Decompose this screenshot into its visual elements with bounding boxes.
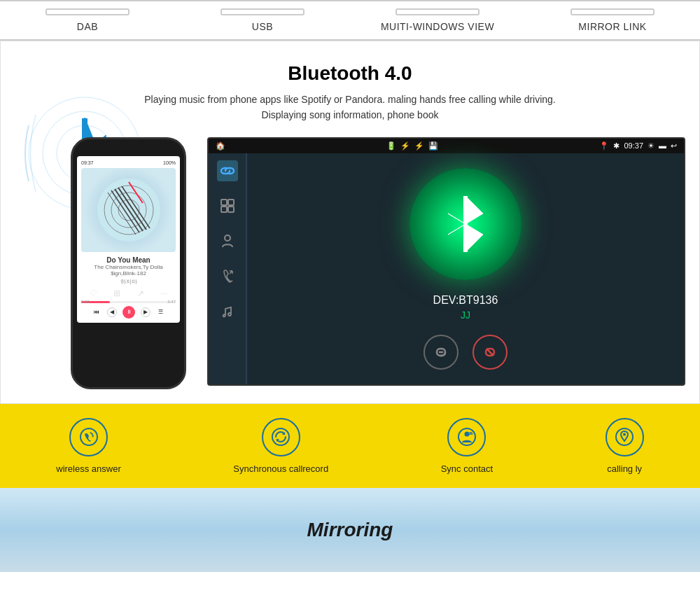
time-left: 0:00	[81, 300, 90, 304]
rewind-btn[interactable]: ◀	[107, 307, 117, 317]
car-time: 09:37	[624, 141, 643, 150]
wireless-answer-icon-circle	[69, 418, 108, 456]
car-device-name: DEV:BT9136	[433, 294, 498, 307]
features-bar: wireless answer Synchronous callrecord S…	[0, 404, 700, 488]
connect-icon	[432, 343, 450, 361]
time-right: 3:47	[167, 300, 176, 304]
song-info: Do You Mean The Chainsmokers,Ty Dolla $i…	[81, 256, 176, 286]
phone-album-art	[81, 168, 176, 252]
nav-dab-box	[46, 8, 130, 15]
calling-ly-label: calling ly	[607, 463, 642, 474]
wireless-phone-icon	[79, 427, 99, 447]
svg-point-26	[272, 428, 289, 445]
phone-status-bar: 09:37 100%	[81, 160, 176, 165]
album-art-svg	[94, 175, 164, 245]
sidebar-grid-icon[interactable]	[217, 195, 238, 216]
sidebar-music-icon[interactable]	[217, 300, 238, 321]
sd-icon: 💾	[428, 141, 438, 151]
sidebar-phone-icon[interactable]	[217, 265, 238, 286]
top-nav: DAB USB MUITI-WINDOWS VIEW MIRROR LINK	[0, 0, 700, 41]
car-status-icons: 🔋 ⚡ ⚡ 💾	[386, 141, 438, 151]
phone-mockup: 09:37 100%	[71, 137, 186, 389]
sync-icon	[271, 427, 290, 447]
usb2-icon: ⚡	[414, 141, 424, 151]
feature-wireless-answer: wireless answer	[56, 418, 120, 474]
link-icon-svg	[220, 163, 235, 179]
grid-icon-svg	[220, 198, 235, 214]
sync-contact-label: Sync contact	[441, 463, 493, 474]
nav-item-dab[interactable]: DAB	[0, 8, 175, 32]
mirroring-title: Mirroring	[307, 519, 393, 541]
nav-item-usb[interactable]: USB	[175, 8, 350, 32]
fullscreen-icon: ▬	[659, 141, 666, 150]
svg-point-32	[623, 433, 626, 436]
forward-btn[interactable]: ▶	[141, 307, 150, 317]
bluetooth-content: 09:37 100%	[15, 137, 685, 389]
phone-action-icons: ♡ ⊞ ↗ ···	[81, 288, 176, 298]
heart-icon: ♡	[90, 288, 97, 298]
bluetooth-section: Bluetooth 4.0 Playing music from phone a…	[0, 41, 700, 404]
battery-icon: 🔋	[386, 141, 396, 151]
song-sublabel: 하지마	[81, 278, 176, 286]
svg-point-20	[228, 313, 231, 316]
wireless-answer-label: wireless answer	[56, 463, 120, 474]
phone-controls: ⏮ ◀ ⏸ ▶ ☰	[81, 306, 176, 319]
svg-point-19	[225, 235, 230, 241]
svg-rect-18	[228, 207, 234, 212]
phone-battery: 100%	[163, 160, 176, 165]
svg-point-25	[80, 428, 97, 445]
bt-symbol-svg	[434, 193, 497, 256]
nav-dab-label: DAB	[77, 21, 98, 32]
car-status-bar: 🏠 🔋 ⚡ ⚡ 💾 📍 ✱ 09:37 ☀ ▬ ↩	[209, 139, 684, 153]
feature-sync-callrecord: Synchronous callrecord	[233, 418, 328, 474]
disconnect-icon	[481, 343, 499, 361]
nav-multiwindow-label: MUITI-WINDOWS VIEW	[381, 21, 494, 32]
svg-point-29	[458, 428, 475, 445]
svg-rect-15	[221, 200, 227, 205]
nav-mirrorlink-box	[570, 8, 654, 15]
bluetooth-description: Playing music from phone apps like Spoti…	[140, 92, 560, 123]
menu-icon: ···	[160, 288, 167, 298]
nav-item-mirrorlink[interactable]: MIRROR LINK	[525, 8, 700, 32]
location-icon: 📍	[599, 141, 609, 151]
play-pause-btn[interactable]: ⏸	[122, 306, 135, 319]
nav-usb-box	[220, 8, 304, 15]
location-phone-icon	[615, 427, 634, 447]
nav-mirrorlink-label: MIRROR LINK	[578, 21, 646, 32]
song-artist: The Chainsmokers,Ty Dolla $ign,Blink-182	[81, 264, 176, 277]
next-btn[interactable]: ☰	[156, 307, 166, 317]
brightness-icon: ☀	[648, 141, 654, 151]
car-main: DEV:BT9136 JJ	[247, 153, 684, 384]
contact-icon	[457, 427, 477, 447]
car-status-right: 📍 ✱ 09:37 ☀ ▬ ↩	[599, 141, 677, 151]
prev-btn[interactable]: ⏮	[92, 307, 102, 317]
phone-transfer-icon-svg	[220, 268, 235, 284]
nav-item-multiwindow[interactable]: MUITI-WINDOWS VIEW	[350, 8, 525, 32]
phone-screen: 09:37 100%	[77, 156, 180, 323]
share-icon: ↗	[137, 288, 144, 298]
svg-rect-16	[228, 200, 234, 205]
usb-icon: ⚡	[400, 141, 410, 151]
bt-status-icon: ✱	[613, 141, 620, 151]
sync-contact-icon-circle	[447, 418, 486, 456]
car-action-buttons	[424, 335, 507, 370]
music-icon-svg	[220, 303, 235, 319]
car-left-icon: 🏠	[216, 141, 225, 151]
feature-calling-ly: calling ly	[606, 418, 644, 474]
sidebar-link-icon[interactable]	[217, 160, 238, 181]
car-screen: 🏠 🔋 ⚡ ⚡ 💾 📍 ✱ 09:37 ☀ ▬ ↩	[207, 137, 685, 386]
car-device-sub: JJ	[433, 309, 498, 321]
car-sidebar	[209, 153, 247, 384]
bt-glow-circle	[410, 168, 522, 280]
sync-callrecord-icon-circle	[262, 418, 300, 456]
back-icon: ↩	[671, 141, 677, 151]
nav-multiwindow-box	[396, 8, 479, 15]
connect-button[interactable]	[424, 335, 458, 370]
car-device-info: DEV:BT9136 JJ	[433, 294, 498, 335]
disconnect-button[interactable]	[472, 335, 507, 370]
person-icon-svg	[220, 233, 235, 249]
phone-time: 09:37	[81, 160, 94, 165]
svg-point-30	[464, 432, 469, 437]
car-screen-body: DEV:BT9136 JJ	[209, 153, 684, 384]
sidebar-person-icon[interactable]	[217, 230, 238, 251]
